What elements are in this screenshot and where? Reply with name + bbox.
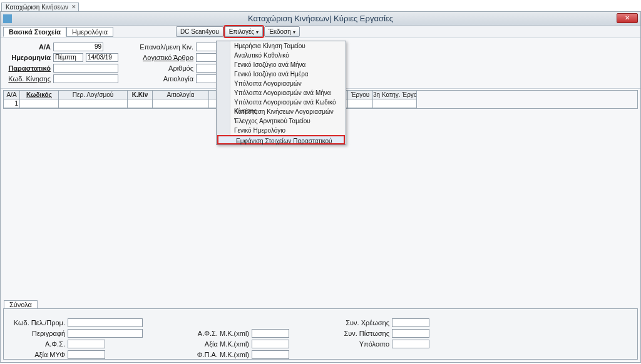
cell-proj[interactable] xyxy=(348,99,373,108)
cell-code[interactable] xyxy=(20,99,59,108)
window-close-button[interactable]: ✕ xyxy=(617,13,638,23)
movecode-label: Κωδ. Κίνησης xyxy=(6,75,51,83)
col-reason[interactable]: Αιτιολογία xyxy=(153,91,209,99)
valmk-input[interactable] xyxy=(252,340,289,348)
menu-item-daily-cash[interactable]: Ημερήσια Κίνηση Ταμείου xyxy=(217,41,346,51)
afs-input[interactable] xyxy=(68,340,105,348)
debit-input[interactable] xyxy=(392,318,429,327)
close-icon[interactable]: ✕ xyxy=(71,4,76,10)
col-kkiv[interactable]: Κ.Κίν xyxy=(128,91,153,99)
chevron-down-icon: ▾ xyxy=(256,29,259,35)
app-tab[interactable]: Καταχώριση Κινήσεων ✕ xyxy=(1,3,79,11)
app-icon xyxy=(3,14,12,23)
menu-item-general-journal[interactable]: Γενικό Ημερολόγιο xyxy=(217,126,346,135)
col-aa[interactable]: Α/Α xyxy=(4,91,20,99)
menu-item-rest-accounts-code[interactable]: Υπόλοιπα Λογαριασμών ανά Κωδικό Κίνησης xyxy=(217,98,346,107)
credit-label: Συν. Πίστωσης xyxy=(339,330,389,337)
afs-label: Α.Φ.Σ. xyxy=(9,340,65,348)
menu-item-rest-accounts[interactable]: Υπόλοιπα Λογαριασμών xyxy=(217,79,346,88)
totals-panel: Σύνολα Κωδ. Πελ./Προμ. Περιγραφή Α.Φ.Σ. … xyxy=(3,308,638,360)
aa-label: Α/Α xyxy=(6,43,51,51)
issue-button[interactable]: Έκδοση▾ xyxy=(264,26,300,37)
date-input[interactable] xyxy=(86,53,118,62)
options-menu: Ημερήσια Κίνηση Ταμείου Αναλυτικό Καθολι… xyxy=(216,41,346,145)
cust-label: Κωδ. Πελ./Προμ. xyxy=(9,319,65,326)
credit-input[interactable] xyxy=(392,329,429,338)
day-input[interactable] xyxy=(53,53,83,62)
desc-input[interactable] xyxy=(68,329,143,338)
reason-label: Αιτιολογία xyxy=(137,75,193,83)
dc-scan-button[interactable]: DC Scan4you xyxy=(176,26,223,37)
cell-reason[interactable] xyxy=(153,99,209,108)
number-label: Αριθμός xyxy=(137,64,193,72)
myf-input[interactable] xyxy=(68,350,105,359)
date-label: Ημερομηνία xyxy=(6,54,51,61)
app-tab-label: Καταχώριση Κινήσεων xyxy=(6,4,68,11)
menu-item-movements-status[interactable]: Κατάσταση Κινήσεων Λογαριασμών xyxy=(217,107,346,116)
chevron-down-icon: ▾ xyxy=(293,29,295,35)
window-title: Καταχώριση Κινήσεων| Κύριες Εργασίες xyxy=(248,14,393,23)
article-label: Λογιστικό Άρθρο xyxy=(137,54,193,61)
repeat-label: Επαναλ/μενη Κιν. xyxy=(137,43,193,51)
cell-acct[interactable] xyxy=(59,99,128,108)
doc-label: Παραστατικό xyxy=(6,64,51,72)
tab-journal[interactable]: Ημερολόγια xyxy=(66,27,113,37)
debit-label: Συν. Χρέωσης xyxy=(339,319,389,326)
menu-item-negative-cash[interactable]: Έλεγχος Αρνητικού Ταμείου xyxy=(217,116,346,126)
col-acct[interactable]: Περ. Λογ/σμού xyxy=(59,91,128,99)
balance-input[interactable] xyxy=(392,340,429,348)
afsmk-label: Α.Φ.Σ. Μ.Κ.(xml) xyxy=(193,330,249,337)
issue-label: Έκδοση xyxy=(269,28,291,35)
movecode-input[interactable] xyxy=(53,74,118,83)
col-cat3[interactable]: 3η Κατηγ. Έργου xyxy=(373,91,417,99)
valmk-label: Αξία Μ.Κ.(xml) xyxy=(193,340,249,348)
desc-label: Περιγραφή xyxy=(9,330,65,337)
menu-item-balance-day[interactable]: Γενικό Ισοζύγιο ανά Ημέρα xyxy=(217,69,346,79)
menu-item-rest-accounts-month[interactable]: Υπόλοιπα Λογαριασμών ανά Μήνα xyxy=(217,88,346,98)
menu-item-balance-month[interactable]: Γενικό Ισοζύγιο ανά Μήνα xyxy=(217,60,346,69)
cell-kkiv[interactable] xyxy=(128,99,153,108)
tab-basic[interactable]: Βασικά Στοιχεία xyxy=(3,27,66,37)
balance-label: Υπόλοιπο xyxy=(339,340,389,348)
fpamk-label: Φ.Π.Α. Μ.Κ.(xml) xyxy=(193,351,249,358)
afsmk-input[interactable] xyxy=(252,329,289,338)
doc-input[interactable] xyxy=(53,64,118,73)
menu-item-analytic-ledger[interactable]: Αναλυτικό Καθολικό xyxy=(217,51,346,60)
cell-aa: 1 xyxy=(4,99,20,108)
aa-input[interactable] xyxy=(53,43,103,51)
options-button[interactable]: Επιλογές▾ xyxy=(225,26,263,37)
totals-tab[interactable]: Σύνολα xyxy=(4,300,38,308)
col-code[interactable]: Κωδικός xyxy=(20,91,59,99)
fpamk-input[interactable] xyxy=(252,350,289,359)
options-label: Επιλογές xyxy=(229,28,254,35)
title-bar: Καταχώριση Κινήσεων| Κύριες Εργασίες ✕ xyxy=(1,12,640,26)
myf-label: Αξία ΜΥΦ xyxy=(9,351,65,358)
menu-item-show-doc-details[interactable]: Εμφάνιση Στοιχείων Παραστατικού xyxy=(217,135,345,144)
col-proj[interactable]: Έργου xyxy=(348,91,373,99)
cust-input[interactable] xyxy=(68,318,143,327)
cell-cat3[interactable] xyxy=(373,99,417,108)
